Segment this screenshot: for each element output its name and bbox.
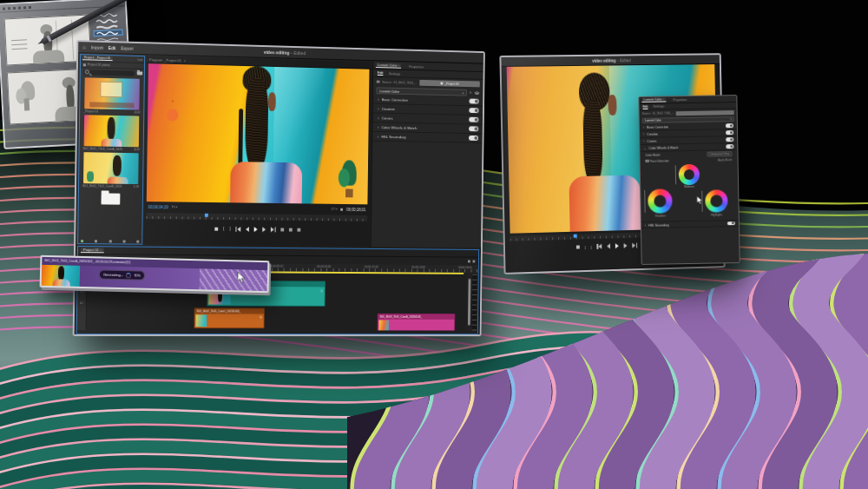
add-marker-button[interactable]	[214, 227, 218, 230]
step-forward-button[interactable]	[262, 227, 266, 232]
tab-lumetri-color[interactable]: Lumetri Color ×	[641, 97, 666, 102]
figure-shape	[101, 139, 122, 147]
play-button[interactable]	[615, 243, 619, 248]
floating-clip-thumbnail	[42, 265, 81, 287]
project-item[interactable]: S01_Sh01_Tk04_CamA_20250103_4;29	[80, 115, 144, 151]
eye-icon[interactable]	[475, 91, 479, 95]
project-chip[interactable]	[676, 110, 734, 116]
tab-lumetri-color[interactable]: Lumetri Color ×	[376, 63, 402, 69]
toggle-switch[interactable]	[469, 108, 478, 113]
timeline-clip-v1-right[interactable]: S01_Sh03_Tk01_CamA_20250103_	[378, 314, 456, 331]
menu-export[interactable]: Export	[121, 45, 133, 50]
project-panel-toolbar[interactable]	[81, 240, 139, 243]
search-input[interactable]	[91, 69, 133, 76]
add-marker-button[interactable]	[576, 245, 580, 248]
menu-edit[interactable]: Edit	[108, 45, 116, 50]
go-to-in-button[interactable]	[235, 226, 240, 231]
folder-item[interactable]	[101, 193, 120, 206]
ruler-label: 00;00;16;00	[458, 266, 472, 269]
wheel-label: Highlights	[704, 213, 730, 217]
fx-icon[interactable]: fx	[470, 91, 472, 95]
tab-properties[interactable]: Properties	[669, 96, 690, 102]
menu-import[interactable]: Import	[91, 44, 103, 50]
shadows-wheel[interactable]	[648, 188, 672, 213]
project-item[interactable]: _Project 014;03	[80, 77, 144, 115]
timeline-scrollbar[interactable]	[468, 279, 470, 326]
clip-icon	[377, 81, 380, 83]
project-panel-tab[interactable]: Project: _Project 01	[82, 56, 112, 61]
toggle-switch[interactable]	[726, 144, 733, 149]
wheel-label: Shadows	[648, 214, 673, 217]
program-tab[interactable]: Program: _Project 01	[149, 57, 181, 63]
go-to-out-button[interactable]	[271, 227, 276, 232]
shelf-shape	[89, 102, 134, 108]
mark-out-button[interactable]: }	[229, 227, 231, 231]
home-icon[interactable]: ⌂	[82, 44, 86, 50]
sequence-tab[interactable]: Project 01 ×	[81, 248, 104, 253]
timeline-settings-icon[interactable]	[473, 260, 476, 262]
timecode-current[interactable]: 00;00;04;29	[148, 205, 168, 209]
toggle-switch[interactable]	[469, 117, 478, 122]
project-chip[interactable]: _Project 01	[420, 80, 480, 87]
floating-generative-clip[interactable]: S01_Sh01_Tk04_CamA_20250103_ -00;00;04;2…	[40, 255, 270, 293]
settings-wrench-icon[interactable]	[340, 208, 343, 210]
apply-match-button[interactable]: Apply Match	[718, 158, 733, 162]
step-back-button[interactable]	[246, 227, 249, 232]
item-name: _Project 01	[83, 109, 98, 113]
midtones-wheel[interactable]	[679, 164, 700, 185]
project-item[interactable]: S01_Sh02_Tk01_CamB_20250103_2;19	[79, 152, 143, 188]
export-frame-button[interactable]	[297, 228, 300, 231]
toggle-switch[interactable]	[726, 137, 733, 142]
step-forward-button[interactable]	[624, 243, 628, 248]
mark-out-button[interactable]: }	[591, 245, 592, 249]
subtab-edit[interactable]: Edit	[378, 70, 384, 76]
wheel-slider[interactable]	[675, 165, 676, 184]
section-hsl-secondary[interactable]: ›HSL Secondary	[372, 132, 483, 143]
comparison-view-button[interactable]: Comparison View	[707, 151, 733, 157]
view-mode-list[interactable]: List	[138, 57, 142, 61]
lamp-shape	[167, 109, 179, 121]
toggle-switch[interactable]	[469, 135, 478, 141]
monitor-scrubber[interactable]	[146, 213, 367, 221]
wheel-slider[interactable]	[644, 190, 645, 213]
toggle-switch[interactable]	[469, 126, 478, 131]
toggle-switch[interactable]	[727, 221, 735, 226]
face-detection-checkbox[interactable]	[646, 160, 649, 163]
source-label: Source · 01_Sh01_Tk04_…	[642, 111, 674, 116]
playhead[interactable]	[205, 214, 208, 217]
mark-in-button[interactable]: {	[223, 227, 225, 231]
clip-thumbnail	[378, 320, 388, 331]
figure-shape	[113, 155, 122, 176]
mark-in-button[interactable]: {	[584, 245, 585, 249]
go-to-out-button[interactable]	[633, 243, 638, 248]
mouse-cursor-icon	[237, 272, 247, 283]
subtab-settings[interactable]: Settings	[654, 104, 665, 108]
timecode-duration: 00;00;18;01	[346, 207, 365, 211]
resolution-select[interactable]: 1/2 ▾	[331, 208, 337, 211]
playhead[interactable]	[573, 235, 576, 238]
highlights-wheel[interactable]	[705, 189, 727, 212]
snap-icon[interactable]	[468, 260, 470, 262]
wall-highlight	[273, 67, 325, 170]
zoom-select[interactable]: Fit ▾	[172, 205, 178, 208]
subtab-settings[interactable]: Settings	[389, 71, 401, 76]
go-to-in-button[interactable]	[597, 244, 602, 249]
toggle-switch[interactable]	[726, 123, 733, 128]
subtab-edit[interactable]: Edit	[642, 104, 648, 109]
ruler-label: 00;00;12;00	[365, 265, 378, 268]
folder-icon[interactable]	[137, 71, 142, 75]
lift-button[interactable]	[280, 228, 284, 231]
item-duration: 4;03	[135, 110, 141, 114]
close-icon[interactable]: ×	[184, 58, 186, 63]
toggle-switch[interactable]	[470, 99, 479, 104]
extract-button[interactable]	[289, 228, 293, 231]
program-video	[147, 63, 370, 204]
clip-thumbnail	[84, 115, 140, 147]
step-back-button[interactable]	[607, 243, 610, 248]
timeline-clip-v1-left[interactable]: S01_Sh02_Tk01_CamC_20250103_ fx	[194, 307, 264, 328]
window-shape	[100, 82, 122, 98]
toggle-switch[interactable]	[726, 130, 733, 135]
play-button[interactable]	[254, 227, 258, 232]
tab-properties[interactable]: Properties	[405, 63, 427, 69]
user-icon	[441, 82, 444, 84]
